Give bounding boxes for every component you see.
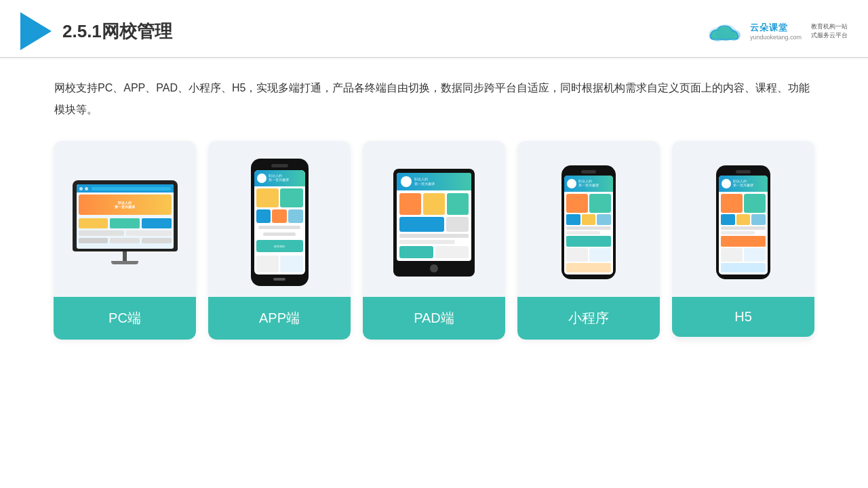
card-pad-label: PAD端 <box>363 297 505 340</box>
brand-area: 云朵课堂 yunduoketang.com 教育机构一站式服务云平台 <box>704 20 848 42</box>
card-pc-image: 职达人的第一堂兴趣课 <box>54 141 196 297</box>
page-title: 2.5.1网校管理 <box>62 20 172 43</box>
header: 2.5.1网校管理 云朵课堂 yunduoketang.com 教育机构一站式服… <box>0 0 868 58</box>
card-miniapp-image: 职达人的第一堂兴趣课 <box>517 141 660 297</box>
pc-device-icon: 职达人的第一堂兴趣课 <box>73 180 178 264</box>
brand-slogan: 教育机构一站式服务云平台 <box>811 22 848 39</box>
description-content: 网校支持PC、APP、PAD、小程序、H5，实现多端打通，产品各终端自由切换，数… <box>54 82 810 115</box>
card-app: 职达人的第一堂兴趣课 <box>208 141 351 340</box>
card-miniapp-label: 小程序 <box>517 297 660 340</box>
card-h5: 职达人的第一堂兴趣课 <box>672 141 814 340</box>
h5-device-icon: 职达人的第一堂兴趣课 <box>716 165 770 279</box>
brand-cloud-icon <box>704 20 745 42</box>
brand-url: yunduoketang.com <box>750 34 802 41</box>
card-h5-image: 职达人的第一堂兴趣课 <box>672 141 814 297</box>
card-pad: 职达人的第一堂兴趣课 <box>363 141 505 340</box>
pad-device-icon: 职达人的第一堂兴趣课 <box>393 169 475 277</box>
card-pad-image: 职达人的第一堂兴趣课 <box>363 141 505 297</box>
brand-text-group: 云朵课堂 yunduoketang.com <box>750 22 802 41</box>
card-pc-label: PC端 <box>54 297 196 340</box>
cards-container: 职达人的第一堂兴趣课 <box>0 127 868 353</box>
card-h5-label: H5 <box>672 297 814 337</box>
miniapp-device-icon: 职达人的第一堂兴趣课 <box>561 165 616 279</box>
logo-triangle-icon <box>20 12 52 50</box>
card-app-label: APP端 <box>208 297 351 340</box>
header-left: 2.5.1网校管理 <box>20 12 172 50</box>
card-pc: 职达人的第一堂兴趣课 <box>54 141 196 340</box>
description-text: 网校支持PC、APP、PAD、小程序、H5，实现多端打通，产品各终端自由切换，数… <box>0 58 868 127</box>
app-device-icon: 职达人的第一堂兴趣课 <box>251 159 309 286</box>
card-app-image: 职达人的第一堂兴趣课 <box>208 141 351 297</box>
brand-name: 云朵课堂 <box>750 22 802 34</box>
card-miniapp: 职达人的第一堂兴趣课 <box>517 141 660 340</box>
